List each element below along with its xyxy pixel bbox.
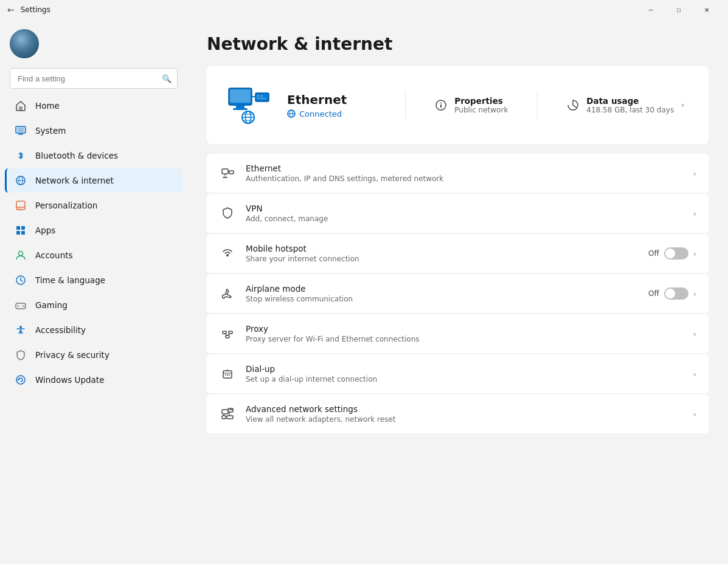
sidebar-item-network[interactable]: Network & internet: [5, 168, 182, 193]
airplane-toggle-label: Off: [648, 289, 659, 298]
sidebar-header: [0, 24, 187, 68]
sidebar-item-label-privacy: Privacy & security: [35, 350, 109, 360]
airplane-text: Airplane mode Stop wireless communicatio…: [246, 284, 639, 303]
svg-rect-16: [21, 231, 25, 235]
setting-item-dialup[interactable]: Dial-up Set up a dial-up internet connec…: [207, 354, 709, 393]
svg-point-46: [440, 103, 442, 104]
svg-point-17: [19, 252, 23, 256]
ethernet-title: Ethernet: [246, 163, 684, 173]
svg-rect-14: [21, 226, 25, 230]
properties-icon: [435, 99, 447, 111]
svg-rect-64: [222, 410, 228, 414]
sidebar-item-label-bluetooth: Bluetooth & devices: [35, 151, 118, 160]
bluetooth-nav-icon: [15, 150, 27, 162]
svg-point-62: [229, 374, 230, 376]
svg-rect-29: [230, 89, 251, 103]
proxy-icon: [219, 325, 236, 342]
sidebar-item-label-home: Home: [35, 101, 60, 111]
svg-point-11: [18, 208, 19, 210]
hotspot-toggle[interactable]: [664, 247, 688, 260]
svg-point-33: [257, 95, 259, 97]
avatar[interactable]: [10, 29, 39, 58]
properties-action[interactable]: Properties Public network: [428, 91, 515, 119]
svg-rect-15: [16, 231, 20, 235]
sidebar-item-update[interactable]: Windows Update: [5, 368, 182, 392]
airplane-controls: Off ›: [648, 287, 696, 300]
vpn-icon: [219, 205, 236, 222]
svg-rect-32: [255, 93, 269, 101]
hotspot-chevron: ›: [693, 249, 696, 258]
sidebar-item-time[interactable]: Time & language: [5, 268, 182, 292]
network-nav-icon: [15, 174, 27, 187]
proxy-sub: Proxy server for Wi-Fi and Ethernet conn…: [246, 335, 684, 343]
properties-sub: Public network: [454, 106, 508, 114]
sidebar-item-home[interactable]: Home: [5, 94, 182, 118]
accessibility-nav-icon: [15, 324, 27, 336]
sidebar-item-apps[interactable]: Apps: [5, 218, 182, 242]
privacy-nav-icon: [15, 349, 27, 361]
search-input[interactable]: [10, 68, 178, 89]
svg-rect-53: [223, 331, 226, 334]
advanced-icon: [219, 405, 236, 422]
sidebar-item-label-accounts: Accounts: [35, 250, 73, 260]
sidebar-item-accessibility[interactable]: Accessibility: [5, 318, 182, 342]
maximize-button[interactable]: □: [665, 0, 693, 19]
globe-icon: [287, 109, 296, 118]
sidebar-item-accounts[interactable]: Accounts: [5, 243, 182, 267]
advanced-title: Advanced network settings: [246, 404, 684, 414]
system-nav-icon: [15, 125, 27, 137]
svg-point-34: [260, 95, 263, 97]
proxy-title: Proxy: [246, 324, 684, 334]
sidebar-item-label-update: Windows Update: [35, 375, 104, 385]
svg-rect-54: [229, 331, 232, 334]
svg-rect-47: [222, 169, 228, 174]
dialup-sub: Set up a dial-up internet connection: [246, 375, 684, 383]
search-box: 🔍: [10, 68, 178, 89]
hero-divider-2: [537, 91, 538, 120]
close-button[interactable]: ✕: [693, 0, 721, 19]
vpn-title: VPN: [246, 204, 684, 213]
proxy-text: Proxy Proxy server for Wi-Fi and Etherne…: [246, 324, 684, 343]
titlebar-controls: ─ □ ✕: [637, 0, 721, 19]
personalization-nav-icon: [15, 199, 27, 212]
svg-point-60: [225, 374, 226, 376]
data-usage-text: Data usage 418.58 GB, last 30 days: [586, 96, 674, 114]
properties-label: Properties: [454, 96, 508, 106]
svg-point-24: [23, 306, 24, 307]
setting-item-hotspot[interactable]: Mobile hotspot Share your internet conne…: [207, 234, 709, 273]
svg-rect-0: [19, 106, 23, 110]
svg-point-12: [20, 208, 21, 210]
sidebar-item-personalization[interactable]: Personalization: [5, 193, 182, 218]
setting-item-proxy[interactable]: Proxy Proxy server for Wi-Fi and Etherne…: [207, 314, 709, 353]
home-nav-icon: [15, 100, 27, 112]
data-usage-action[interactable]: Data usage 418.58 GB, last 30 days ›: [560, 91, 692, 119]
sidebar-item-label-gaming: Gaming: [35, 300, 68, 310]
dialup-text: Dial-up Set up a dial-up internet connec…: [246, 364, 684, 383]
svg-rect-65: [222, 416, 226, 419]
sidebar-item-bluetooth[interactable]: Bluetooth & devices: [5, 143, 182, 168]
avatar-image: [10, 29, 39, 58]
hero-status-text: Connected: [299, 109, 342, 119]
sidebar-item-privacy[interactable]: Privacy & security: [5, 343, 182, 367]
titlebar-left: ← Settings: [7, 5, 50, 15]
setting-item-airplane[interactable]: Airplane mode Stop wireless communicatio…: [207, 274, 709, 313]
sidebar-item-system[interactable]: System: [5, 119, 182, 143]
hero-info: Ethernet Connected: [287, 92, 383, 119]
setting-item-advanced[interactable]: Advanced network settings View all netwo…: [207, 394, 709, 433]
titlebar: ← Settings ─ □ ✕: [0, 0, 728, 19]
setting-item-ethernet[interactable]: Ethernet Authentication, IP and DNS sett…: [207, 154, 709, 193]
proxy-chevron: ›: [693, 329, 696, 339]
svg-point-61: [227, 374, 228, 376]
svg-rect-9: [16, 201, 25, 210]
sidebar-item-gaming[interactable]: Gaming: [5, 293, 182, 317]
svg-rect-66: [227, 416, 233, 419]
sidebar: 🔍 Home System Bluetooth & devices Networ…: [0, 19, 187, 564]
airplane-title: Airplane mode: [246, 284, 639, 294]
setting-item-vpn[interactable]: VPN Add, connect, manage ›: [207, 194, 709, 233]
back-icon[interactable]: ←: [7, 5, 15, 15]
apps-nav-icon: [15, 224, 27, 236]
svg-rect-55: [226, 335, 229, 338]
minimize-button[interactable]: ─: [637, 0, 665, 19]
search-icon: 🔍: [162, 74, 172, 83]
airplane-toggle[interactable]: [664, 287, 688, 300]
